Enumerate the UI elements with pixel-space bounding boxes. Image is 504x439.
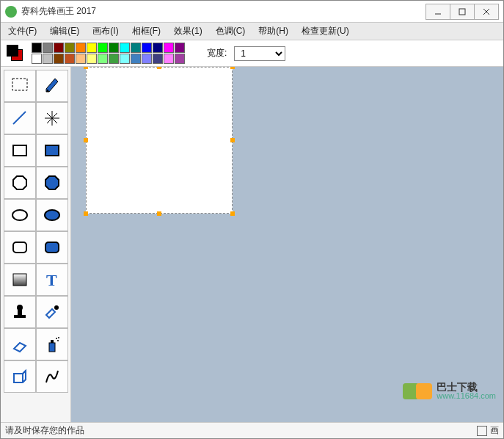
tool-star[interactable] bbox=[36, 102, 68, 134]
toolbox: T bbox=[1, 67, 71, 422]
svg-rect-20 bbox=[13, 274, 26, 286]
star-icon bbox=[42, 108, 62, 128]
color-swatch[interactable] bbox=[109, 54, 119, 64]
tool-ellipse-filled[interactable] bbox=[36, 199, 68, 231]
fg-bg-colors[interactable] bbox=[7, 45, 24, 62]
canvas-area[interactable]: 巴士下载 www.11684.com bbox=[71, 67, 503, 422]
menu-canvas[interactable]: 画布(I) bbox=[90, 23, 121, 39]
rect-outline-icon bbox=[10, 140, 30, 161]
menu-file[interactable]: 文件(F) bbox=[5, 23, 40, 39]
color-swatch[interactable] bbox=[164, 54, 174, 64]
color-swatch[interactable] bbox=[87, 43, 97, 53]
menu-edit[interactable]: 编辑(E) bbox=[47, 23, 82, 39]
tool-rect-filled[interactable] bbox=[36, 134, 68, 167]
color-swatch[interactable] bbox=[43, 43, 53, 53]
color-swatch[interactable] bbox=[120, 43, 130, 53]
tool-rect-outline[interactable] bbox=[4, 134, 36, 167]
color-swatch[interactable] bbox=[131, 43, 141, 53]
color-swatch[interactable] bbox=[87, 54, 97, 64]
resize-handle[interactable] bbox=[157, 211, 161, 216]
svg-line-7 bbox=[13, 112, 26, 124]
tool-octagon-filled[interactable] bbox=[36, 167, 68, 199]
tool-spray[interactable] bbox=[36, 328, 68, 360]
color-swatch[interactable] bbox=[76, 54, 86, 64]
svg-rect-28 bbox=[51, 340, 54, 343]
svg-point-25 bbox=[54, 305, 59, 310]
tool-octagon-outline[interactable] bbox=[4, 167, 36, 199]
ellipse-outline-icon bbox=[10, 205, 30, 225]
watermark: 巴士下载 www.11684.com bbox=[403, 382, 496, 400]
tool-ellipse-outline[interactable] bbox=[4, 199, 36, 231]
tool-shape3d[interactable] bbox=[4, 360, 36, 393]
color-swatch[interactable] bbox=[175, 43, 185, 53]
menu-effect[interactable]: 效果(1) bbox=[171, 23, 205, 39]
tool-gradient[interactable] bbox=[4, 264, 36, 296]
shape3d-icon bbox=[10, 366, 30, 387]
resize-handle[interactable] bbox=[157, 67, 161, 69]
color-swatch[interactable] bbox=[98, 43, 108, 53]
tool-stamp[interactable] bbox=[4, 296, 36, 328]
menu-update[interactable]: 检查更新(U) bbox=[299, 23, 352, 39]
color-swatch[interactable] bbox=[32, 43, 42, 53]
color-swatch[interactable] bbox=[153, 54, 163, 64]
width-select[interactable]: 1 bbox=[234, 46, 285, 61]
color-swatch[interactable] bbox=[54, 43, 64, 53]
menu-tone[interactable]: 色调(C) bbox=[213, 23, 249, 39]
status-icon bbox=[477, 426, 487, 436]
maximize-icon bbox=[458, 7, 467, 16]
color-swatch[interactable] bbox=[65, 43, 75, 53]
color-swatch[interactable] bbox=[109, 43, 119, 53]
color-swatch[interactable] bbox=[98, 54, 108, 64]
resize-handle[interactable] bbox=[230, 138, 235, 142]
canvas[interactable] bbox=[86, 67, 233, 214]
minimize-button[interactable] bbox=[426, 4, 450, 20]
tool-line[interactable] bbox=[4, 102, 36, 134]
foreground-color-swatch[interactable] bbox=[7, 45, 18, 57]
resize-handle[interactable] bbox=[230, 211, 235, 216]
close-button[interactable] bbox=[474, 4, 499, 20]
color-swatch[interactable] bbox=[142, 54, 152, 64]
resize-handle[interactable] bbox=[230, 67, 235, 69]
color-swatch[interactable] bbox=[175, 54, 185, 64]
color-swatch[interactable] bbox=[153, 43, 163, 53]
tool-picker[interactable] bbox=[36, 296, 68, 328]
maximize-button[interactable] bbox=[450, 4, 475, 20]
close-icon bbox=[482, 7, 491, 16]
work-area: T bbox=[1, 67, 503, 422]
menu-frame[interactable]: 相框(F) bbox=[129, 23, 164, 39]
app-icon bbox=[5, 6, 17, 18]
tool-roundrect-filled[interactable] bbox=[36, 231, 68, 264]
roundrect-outline-icon bbox=[10, 237, 30, 258]
status-hint: 请及时保存您的作品 bbox=[5, 424, 84, 437]
color-bar: 宽度: 1 bbox=[1, 40, 503, 67]
rect-filled-icon bbox=[42, 140, 62, 161]
resize-handle[interactable] bbox=[84, 138, 88, 142]
color-swatch[interactable] bbox=[76, 43, 86, 53]
color-swatch[interactable] bbox=[65, 54, 75, 64]
tool-select[interactable] bbox=[4, 70, 36, 102]
tool-roundrect-outline[interactable] bbox=[4, 231, 36, 264]
watermark-sq-orange bbox=[416, 383, 432, 399]
tool-text[interactable]: T bbox=[36, 264, 68, 296]
window-title: 赛科先锋画王 2017 bbox=[21, 5, 426, 18]
tool-curve[interactable] bbox=[36, 360, 68, 393]
tool-pencil[interactable] bbox=[36, 70, 68, 102]
svg-point-29 bbox=[56, 338, 57, 339]
color-swatch[interactable] bbox=[43, 54, 53, 64]
menu-help[interactable]: 帮助(H) bbox=[255, 23, 291, 39]
svg-point-17 bbox=[45, 210, 59, 220]
status-right: 画 bbox=[490, 424, 499, 437]
tool-eraser[interactable] bbox=[4, 328, 36, 360]
color-swatch[interactable] bbox=[131, 54, 141, 64]
color-swatch[interactable] bbox=[120, 54, 130, 64]
color-swatch[interactable] bbox=[32, 54, 42, 64]
color-swatch[interactable] bbox=[54, 54, 64, 64]
svg-rect-22 bbox=[14, 315, 26, 318]
resize-handle[interactable] bbox=[84, 67, 88, 69]
octagon-outline-icon bbox=[10, 173, 30, 193]
resize-handle[interactable] bbox=[84, 211, 88, 216]
color-swatch[interactable] bbox=[142, 43, 152, 53]
watermark-name: 巴士下载 bbox=[437, 382, 496, 392]
gradient-icon bbox=[10, 269, 30, 290]
color-swatch[interactable] bbox=[164, 43, 174, 53]
